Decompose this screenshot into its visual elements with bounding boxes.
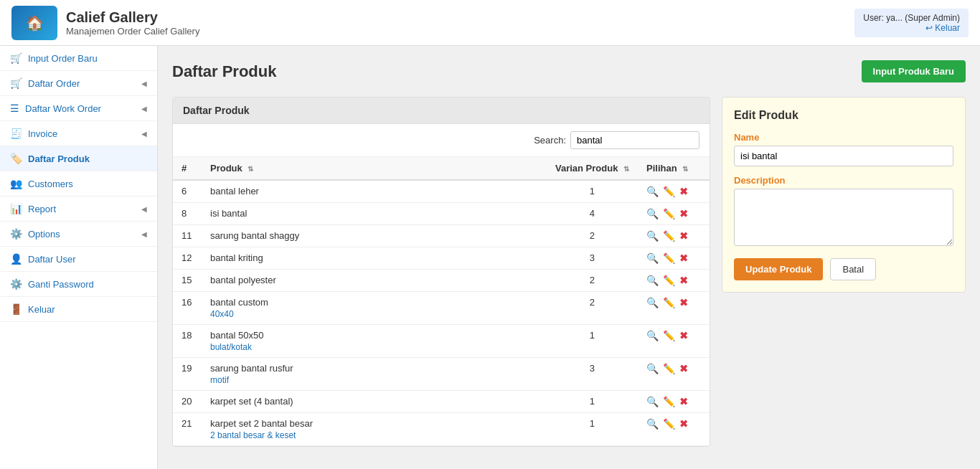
- col-produk[interactable]: Produk ⇅: [202, 157, 547, 180]
- sidebar-item-label: Customers: [28, 179, 73, 189]
- name-label: Name: [734, 132, 953, 143]
- sidebar-item-daftar-order[interactable]: 🛒 Daftar Order ◀: [0, 71, 157, 96]
- delete-icon[interactable]: ✖: [679, 297, 688, 308]
- view-icon[interactable]: 🔍: [646, 297, 659, 308]
- tag-icon: 🏷️: [10, 153, 22, 164]
- sidebar-item-input-order-baru[interactable]: 🛒 Input Order Baru: [0, 46, 157, 71]
- edit-icon[interactable]: ✏️: [663, 330, 675, 341]
- batal-button[interactable]: Batal: [830, 258, 876, 280]
- edit-icon[interactable]: ✏️: [663, 297, 675, 308]
- cell-produk: sarung bantal shaggy: [202, 225, 547, 247]
- view-icon[interactable]: 🔍: [646, 396, 659, 407]
- cell-num: 18: [173, 325, 202, 358]
- user-icon: 👤: [10, 253, 22, 265]
- cart2-icon: 🛒: [10, 77, 22, 89]
- page-header: Daftar Produk Input Produk Baru: [172, 60, 966, 82]
- col-pilihan[interactable]: Pilihan ⇅: [638, 157, 710, 180]
- table-row: 19sarung bantal rusfurmotif3🔍✏️✖: [173, 358, 710, 391]
- edit-icon[interactable]: ✏️: [663, 275, 675, 286]
- delete-icon[interactable]: ✖: [679, 230, 688, 242]
- action-icons: 🔍✏️✖: [646, 186, 701, 197]
- view-icon[interactable]: 🔍: [646, 252, 659, 264]
- sort-pilihan-icon: ⇅: [682, 165, 688, 173]
- view-icon[interactable]: 🔍: [646, 418, 659, 430]
- page-title: Daftar Produk: [172, 62, 276, 81]
- cell-varian: 1: [547, 325, 638, 358]
- sidebar-item-label: Options: [28, 229, 60, 240]
- cell-num: 6: [173, 180, 202, 203]
- app-subtitle: Manajemen Order Calief Gallery: [66, 26, 199, 37]
- sidebar-item-invoice[interactable]: 🧾 Invoice ◀: [0, 121, 157, 146]
- cell-pilihan: 🔍✏️✖: [638, 225, 710, 247]
- sidebar-item-report[interactable]: 📊 Report ◀: [0, 196, 157, 222]
- cell-num: 15: [173, 270, 202, 292]
- sidebar-item-label: Daftar Produk: [28, 153, 90, 164]
- sidebar-item-options[interactable]: ⚙️ Options ◀: [0, 222, 157, 247]
- user-info-panel: User: ya... (Super Admin) ↩ Keluar: [854, 9, 969, 37]
- delete-icon[interactable]: ✖: [679, 275, 688, 286]
- sidebar-item-daftar-work-order[interactable]: ☰ Daftar Work Order ◀: [0, 96, 157, 121]
- logout-label[interactable]: Keluar: [935, 23, 960, 33]
- cell-produk: bantal kriting: [202, 247, 547, 270]
- update-produk-button[interactable]: Update Produk: [734, 258, 823, 280]
- edit-icon[interactable]: ✏️: [663, 186, 675, 197]
- cell-pilihan: 🔍✏️✖: [638, 203, 710, 225]
- view-icon[interactable]: 🔍: [646, 330, 659, 341]
- name-input[interactable]: [734, 146, 953, 166]
- cell-produk: bantal 50x50bulat/kotak: [202, 325, 547, 358]
- chevron-right2-icon: ◀: [141, 105, 147, 113]
- cell-pilihan: 🔍✏️✖: [638, 292, 710, 325]
- description-textarea[interactable]: [734, 189, 953, 246]
- view-icon[interactable]: 🔍: [646, 186, 659, 197]
- table-row: 16bantal custom40x402🔍✏️✖: [173, 292, 710, 325]
- sidebar-item-daftar-produk[interactable]: 🏷️ Daftar Produk: [0, 146, 157, 171]
- description-label: Description: [734, 175, 953, 186]
- sidebar-item-customers[interactable]: 👥 Customers: [0, 171, 157, 196]
- edit-icon[interactable]: ✏️: [663, 230, 675, 242]
- sidebar-item-ganti-password[interactable]: ⚙️ Ganti Password: [0, 272, 157, 297]
- logout-icon: ↩: [925, 23, 933, 33]
- edit-icon[interactable]: ✏️: [663, 252, 675, 264]
- cell-pilihan: 🔍✏️✖: [638, 358, 710, 391]
- view-icon[interactable]: 🔍: [646, 275, 659, 286]
- exit-icon: 🚪: [10, 303, 22, 315]
- delete-icon[interactable]: ✖: [679, 330, 688, 341]
- sidebar-item-label: Report: [28, 204, 56, 214]
- cell-produk: sarung bantal rusfurmotif: [202, 358, 547, 391]
- sidebar-item-keluar[interactable]: 🚪 Keluar: [0, 297, 157, 322]
- cell-num: 20: [173, 391, 202, 413]
- delete-icon[interactable]: ✖: [679, 252, 688, 264]
- cell-num: 8: [173, 203, 202, 225]
- delete-icon[interactable]: ✖: [679, 363, 688, 374]
- table-row: 21karpet set 2 bantal besar2 bantal besa…: [173, 413, 710, 446]
- app-name: Calief Gallery: [66, 9, 199, 26]
- cell-num: 21: [173, 413, 202, 446]
- view-icon[interactable]: 🔍: [646, 230, 659, 242]
- action-icons: 🔍✏️✖: [646, 230, 701, 242]
- cell-num: 19: [173, 358, 202, 391]
- cell-produk-sub: motif: [210, 375, 538, 385]
- input-produk-baru-button[interactable]: Input Produk Baru: [862, 60, 966, 82]
- edit-icon[interactable]: ✏️: [663, 396, 675, 407]
- view-icon[interactable]: 🔍: [646, 208, 659, 219]
- delete-icon[interactable]: ✖: [679, 186, 688, 197]
- view-icon[interactable]: 🔍: [646, 363, 659, 374]
- delete-icon[interactable]: ✖: [679, 396, 688, 407]
- search-bar: Search:: [173, 124, 710, 157]
- col-varian[interactable]: Varian Produk ⇅: [547, 157, 638, 180]
- sidebar-item-label: Invoice: [28, 128, 57, 139]
- cell-pilihan: 🔍✏️✖: [638, 247, 710, 270]
- edit-icon[interactable]: ✏️: [663, 418, 675, 430]
- edit-panel-title: Edit Produk: [734, 109, 953, 122]
- logout-link[interactable]: ↩ Keluar: [863, 23, 960, 33]
- sort-produk-icon: ⇅: [248, 165, 253, 173]
- action-icons: 🔍✏️✖: [646, 252, 701, 264]
- delete-icon[interactable]: ✖: [679, 418, 688, 430]
- cell-produk: karpet set 2 bantal besar2 bantal besar …: [202, 413, 547, 446]
- sidebar-item-daftar-user[interactable]: 👤 Daftar User: [0, 247, 157, 272]
- delete-icon[interactable]: ✖: [679, 208, 688, 219]
- search-input[interactable]: [570, 131, 699, 149]
- edit-icon[interactable]: ✏️: [663, 208, 675, 219]
- cell-varian: 1: [547, 413, 638, 446]
- edit-icon[interactable]: ✏️: [663, 363, 675, 374]
